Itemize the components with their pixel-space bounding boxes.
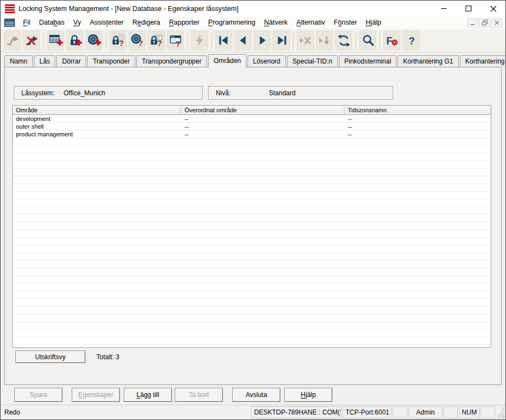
menu-items: FilDatabasVyAssistenterRedigeraRapporter… <box>19 18 386 28</box>
read-lock-network-button[interactable]: ? <box>148 31 165 50</box>
areas-table: OmrådeÖverordnat områdeTidszonsnamn deve… <box>12 105 491 348</box>
minimize-icon <box>441 5 447 11</box>
menu-item-rapporter[interactable]: Rapporter <box>164 18 204 28</box>
close-icon <box>490 5 497 12</box>
column-header-overordnat-omrade[interactable]: Överordnat område <box>181 106 344 114</box>
table-body: development----outer shell----product ma… <box>13 115 491 347</box>
menu-item-fonster[interactable]: Fönster <box>329 18 361 28</box>
svg-text:?: ? <box>157 38 162 48</box>
toolbar-separator <box>211 32 212 49</box>
menu-item-assistenter[interactable]: Assistenter <box>85 18 128 28</box>
table-cell: -- <box>181 123 344 130</box>
status-empty-cell <box>393 406 407 418</box>
button-row: SparaEgenskaperLägg tillTa bortAvslutaHj… <box>1 385 505 405</box>
spara-button: Spara <box>14 388 62 402</box>
filter-settings-button[interactable]: F <box>383 31 400 50</box>
cancel-search-icon <box>298 33 313 48</box>
tab-losenord[interactable]: Lösenord <box>248 55 286 67</box>
lagg-till-button[interactable]: Lägg till <box>124 388 172 402</box>
table-cell: -- <box>344 123 491 130</box>
column-header-omrade[interactable]: Område <box>13 106 181 114</box>
print-preview-label: Utskriftsvy <box>35 353 65 361</box>
egenskaper-button: Egenskaper <box>72 388 120 402</box>
read-lock-icon: ? <box>111 33 125 48</box>
read-transponder-button[interactable]: ? <box>129 31 146 50</box>
connect-icon <box>5 33 20 48</box>
tab-korthantering-g2[interactable]: Korthantering G2 <box>460 55 506 67</box>
app-logo-icon <box>5 4 15 13</box>
table-row[interactable]: development---- <box>13 115 491 123</box>
new-locking-system-button[interactable] <box>47 31 64 50</box>
first-record-button[interactable] <box>215 31 232 50</box>
tab-special-tid-n[interactable]: Special-TID:n <box>287 55 338 67</box>
program-icon <box>193 33 207 48</box>
window-controls <box>432 1 505 16</box>
avsluta-button[interactable]: Avsluta <box>232 388 280 402</box>
tab-dorrar[interactable]: Dörrar <box>56 55 86 67</box>
tab-transponder[interactable]: Transponder <box>87 55 135 67</box>
toolbar-separator <box>43 32 44 49</box>
tab-strip: NamnLåsDörrarTransponderTranspondergrupp… <box>4 54 502 67</box>
disconnect-button[interactable] <box>23 31 40 50</box>
column-header-tidszonsnamn[interactable]: Tidszonsnamn <box>344 106 491 114</box>
new-transponder-button[interactable] <box>85 31 102 50</box>
status-empty-cell <box>481 406 495 418</box>
menu-item-hjalp[interactable]: Hjälp <box>361 18 386 28</box>
mdi-minimize-button[interactable] <box>467 19 478 27</box>
maximize-button[interactable] <box>456 1 481 16</box>
new-lock-button[interactable] <box>66 31 83 50</box>
toolbar-separator <box>380 32 380 49</box>
menu-item-alternativ[interactable]: Alternativ <box>292 18 329 28</box>
menu-item-vy[interactable]: Vy <box>69 18 85 28</box>
previous-record-button[interactable] <box>234 31 251 50</box>
menu-item-programmering[interactable]: Programmering <box>204 18 260 28</box>
search-icon <box>361 33 375 48</box>
mdi-minimize-icon <box>470 20 476 26</box>
table-row[interactable]: outer shell---- <box>13 123 491 130</box>
close-button[interactable] <box>481 1 505 16</box>
menu-item-redigera[interactable]: Redigera <box>128 18 165 28</box>
read-lock-button[interactable]: ? <box>110 31 127 50</box>
help-button[interactable]: ? <box>403 31 419 50</box>
last-record-button[interactable] <box>273 31 290 50</box>
menu-bar: FilDatabasVyAssistenterRedigeraRapporter… <box>1 16 505 29</box>
table-cell: -- <box>344 131 491 137</box>
cancel-search-button <box>297 31 314 50</box>
refresh-icon <box>337 33 351 48</box>
status-empty-cell <box>444 406 458 418</box>
menu-item-databas[interactable]: Databas <box>34 18 69 28</box>
tab-transpondergrupper[interactable]: Transpondergrupper <box>136 55 207 67</box>
search-button[interactable] <box>359 31 376 50</box>
mdi-close-button[interactable] <box>491 19 502 27</box>
tab-omraden[interactable]: Områden <box>208 54 246 67</box>
status-bar: Redo DESKTOP-789HANE : COM(*)TCP-Port:60… <box>1 405 505 419</box>
resize-grip-icon[interactable] <box>496 406 504 418</box>
goto-record-icon <box>318 33 332 48</box>
new-lock-icon <box>68 33 82 48</box>
svg-text:F: F <box>386 36 392 47</box>
table-cell: -- <box>344 116 491 122</box>
locking-system-label: Låssystem: <box>21 89 64 97</box>
filter-settings-icon: F <box>385 33 399 48</box>
minimize-button[interactable] <box>432 1 456 16</box>
mdi-window-controls <box>467 19 505 27</box>
mdi-restore-button[interactable] <box>479 19 490 27</box>
table-row[interactable]: product management---- <box>13 130 491 138</box>
status-desktop-789hane-com: DESKTOP-789HANE : COM(*) <box>251 406 341 418</box>
tab-namn[interactable]: Namn <box>4 55 33 67</box>
print-preview-button[interactable]: Utskriftsvy <box>15 350 85 363</box>
hjalp-button[interactable]: Hjälp <box>284 388 332 402</box>
menu-item-natverk[interactable]: Nätverk <box>260 18 292 28</box>
status-ready: Redo <box>1 406 250 418</box>
tab-pinkodsterminal[interactable]: Pinkodsterminal <box>339 55 396 67</box>
connect-button <box>4 31 21 50</box>
disconnect-icon <box>25 33 39 48</box>
refresh-button[interactable] <box>335 31 352 50</box>
status-tcp-port-6001: TCP-Port:6001 <box>342 406 392 418</box>
next-record-button[interactable] <box>254 31 271 50</box>
menu-item-fil[interactable]: Fil <box>19 18 34 28</box>
table-cell: -- <box>181 131 344 137</box>
tab-korthantering-g1[interactable]: Korthantering G1 <box>398 55 458 67</box>
read-terminal-button[interactable]: ? <box>167 31 184 50</box>
tab-las[interactable]: Lås <box>34 55 55 67</box>
